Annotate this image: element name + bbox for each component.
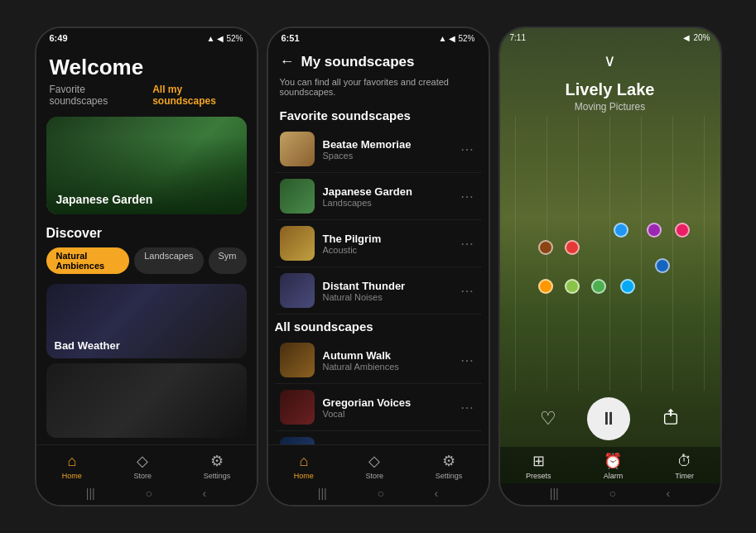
more-autumn[interactable]: ⋯ xyxy=(457,349,477,372)
hero-label: Japanese Garden xyxy=(56,193,153,206)
chevron-down-icon[interactable]: ∨ xyxy=(604,50,616,70)
timer-icon: ⏱ xyxy=(677,453,692,470)
soundscape-item-gregorian[interactable]: Gregorian Voices Vocal ⋯ xyxy=(275,384,482,431)
gesture-bar-3: ||| ○ ‹ xyxy=(500,483,720,505)
nav-settings-2[interactable]: ⚙ Settings xyxy=(436,452,463,480)
nav-home-2[interactable]: ⌂ Home xyxy=(294,453,314,480)
mixer-dot-3[interactable] xyxy=(647,223,662,238)
info-beatae: Beatae Memoriae Spaces xyxy=(323,138,457,161)
nav-store-label-2: Store xyxy=(365,472,383,480)
time-2: 6:51 xyxy=(282,33,300,43)
thumb-pilgrim xyxy=(280,226,315,261)
rain-bg xyxy=(46,363,247,438)
status-bar-2: 6:51 ▲ ◀ 52% xyxy=(268,28,489,46)
thumb-japanese xyxy=(280,179,315,214)
gesture-bar-1: ||| ○ ‹ xyxy=(36,483,257,505)
nav-settings-1[interactable]: ⚙ Settings xyxy=(204,452,231,480)
phone-2: 6:51 ▲ ◀ 52% ← My soundscapes You can fi… xyxy=(267,26,490,507)
more-pilgrim[interactable]: ⋯ xyxy=(457,233,477,255)
gesture-home-3: ○ xyxy=(609,487,615,500)
player-title-area: Lively Lake Moving Pictures xyxy=(500,77,720,116)
subtitle-text: You can find all your favorites and crea… xyxy=(268,77,489,103)
soundscape-item-thunder[interactable]: Distant Thunder Natural Noises ⋯ xyxy=(275,267,482,315)
phone-1: 6:49 ▲ ◀ 52% Welcome Favorite soundscape… xyxy=(35,26,258,507)
gesture-back: ‹ xyxy=(202,487,206,500)
mixer-dot-5[interactable] xyxy=(538,279,553,294)
nav-presets[interactable]: ⊞ Presets xyxy=(526,452,551,480)
timer-label: Timer xyxy=(675,472,694,480)
cat-japanese: Landscapes xyxy=(323,198,457,208)
mixer-dot-4[interactable] xyxy=(675,223,690,238)
soundscape-item-beatae[interactable]: Beatae Memoriae Spaces ⋯ xyxy=(275,126,482,173)
soundscape-item-nautilus[interactable]: Dreaming Nautilus Ambient Soundscapes ⋯ xyxy=(275,431,482,444)
soundscape-item-japanese[interactable]: Japanese Garden Landscapes ⋯ xyxy=(275,173,482,220)
mixer-dot-9[interactable] xyxy=(655,258,670,273)
mixer-dot-1[interactable] xyxy=(565,240,580,255)
nav-home-label-1: Home xyxy=(62,472,82,480)
gesture-home-2: ○ xyxy=(377,487,383,500)
pause-button[interactable]: ⏸ xyxy=(587,397,630,440)
nav-timer[interactable]: ⏱ Timer xyxy=(675,453,694,480)
nav-store-1[interactable]: ◇ Store xyxy=(133,452,152,480)
discover-section: Discover Natural Ambiences Landscapes Sy… xyxy=(36,219,257,277)
bad-weather-card[interactable]: Bad Weather xyxy=(46,284,247,358)
player-chevron-area[interactable]: ∨ xyxy=(500,44,720,77)
pause-icon: ⏸ xyxy=(600,408,618,430)
wifi-icon: ◀ xyxy=(217,34,224,43)
all-heading: All soundscapes xyxy=(275,315,482,337)
gesture-menu-3: ||| xyxy=(550,487,559,500)
player-bottom-nav: ⊞ Presets ⏰ Alarm ⏱ Timer xyxy=(500,447,720,483)
mixer-dot-0[interactable] xyxy=(538,240,553,255)
battery-icon: 52% xyxy=(226,34,243,43)
store-icon-2: ◇ xyxy=(368,452,380,470)
cat-pilgrim: Acoustic xyxy=(323,245,457,255)
share-button[interactable] xyxy=(662,407,680,430)
gesture-back-3: ‹ xyxy=(666,487,670,500)
name-japanese: Japanese Garden xyxy=(323,185,457,198)
mixer-dots-container xyxy=(508,124,712,382)
favorite-button[interactable]: ♡ xyxy=(540,408,556,430)
bottom-nav-2: ⌂ Home ◇ Store ⚙ Settings xyxy=(268,444,489,483)
hero-card-japanese-garden[interactable]: Japanese Garden xyxy=(46,117,247,214)
wifi-icon-3: ◀ xyxy=(683,33,690,42)
chip-landscapes[interactable]: Landscapes xyxy=(134,247,203,274)
soundscape-item-autumn[interactable]: Autumn Walk Natural Ambiences ⋯ xyxy=(275,337,482,384)
player-status-bar: 7:11 ◀ 20% xyxy=(500,28,720,44)
mixer-dot-2[interactable] xyxy=(614,223,628,238)
thumb-gregorian xyxy=(280,390,315,425)
presets-label: Presets xyxy=(526,472,551,480)
favorites-heading: Favorite soundscapes xyxy=(268,103,489,126)
cat-thunder: Natural Noises xyxy=(323,292,457,302)
alarm-label: Alarm xyxy=(604,472,624,480)
alarm-icon: ⏰ xyxy=(604,452,622,470)
nav-home-1[interactable]: ⌂ Home xyxy=(62,453,82,480)
cat-gregorian: Vocal xyxy=(323,409,457,419)
tab-all-soundscapes[interactable]: All my soundscapes xyxy=(152,84,243,107)
name-gregorian: Gregorian Voices xyxy=(323,396,457,409)
tab-favorites[interactable]: Favorite soundscapes xyxy=(50,84,142,107)
more-gregorian[interactable]: ⋯ xyxy=(457,396,477,419)
chip-sym[interactable]: Sym xyxy=(209,247,247,274)
back-button[interactable]: ← xyxy=(280,53,295,70)
mixer-dot-6[interactable] xyxy=(565,279,580,294)
discover-title: Discover xyxy=(46,226,247,241)
more-japanese[interactable]: ⋯ xyxy=(457,185,477,208)
more-thunder[interactable]: ⋯ xyxy=(457,280,477,302)
nav-store-2[interactable]: ◇ Store xyxy=(365,452,383,480)
nav-alarm[interactable]: ⏰ Alarm xyxy=(604,452,624,480)
soundscape-item-pilgrim[interactable]: The Pilgrim Acoustic ⋯ xyxy=(275,220,482,267)
info-japanese: Japanese Garden Landscapes xyxy=(323,185,457,208)
welcome-tabs: Favorite soundscapes All my soundscapes xyxy=(50,84,243,107)
mixer-area[interactable] xyxy=(500,116,720,391)
rain-card[interactable] xyxy=(46,363,247,438)
nav-home-label-2: Home xyxy=(294,472,314,480)
time-1: 6:49 xyxy=(50,33,68,43)
mixer-dot-8[interactable] xyxy=(620,279,635,294)
gesture-home: ○ xyxy=(145,487,152,500)
mixer-dot-7[interactable] xyxy=(591,279,606,294)
chip-natural-ambiences[interactable]: Natural Ambiences xyxy=(46,247,130,274)
info-autumn: Autumn Walk Natural Ambiences xyxy=(323,349,457,372)
more-beatae[interactable]: ⋯ xyxy=(457,138,477,161)
gesture-bar-2: ||| ○ ‹ xyxy=(268,483,489,505)
info-pilgrim: The Pilgrim Acoustic xyxy=(323,233,457,255)
